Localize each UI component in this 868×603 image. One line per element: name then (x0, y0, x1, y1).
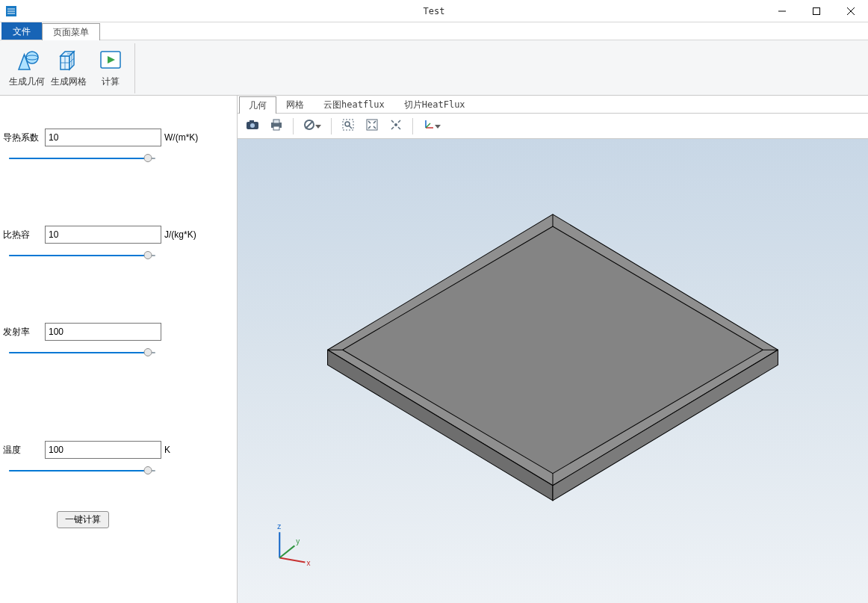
app-icon (0, 0, 22, 22)
temperature-label: 温度 (3, 444, 42, 457)
parameters-panel: 导热系数 W/(m*K) 比热容 J/(kg*K) 发射率 (0, 96, 238, 603)
compute-label: 计算 (102, 75, 120, 88)
toolbar-separator (412, 118, 413, 134)
zoom-extents-icon (365, 118, 379, 134)
minimize-button[interactable] (765, 0, 799, 22)
temperature-row: 温度 K (3, 441, 231, 459)
axis-z-label: z (277, 522, 281, 531)
printer-icon (270, 118, 283, 134)
svg-rect-1 (813, 7, 820, 14)
graphics-toolbar (238, 114, 868, 139)
title-bar: Test (0, 0, 868, 22)
svg-marker-23 (315, 125, 321, 129)
temperature-unit: K (164, 445, 209, 455)
window-title: Test (0, 6, 868, 16)
zoom-selected-button[interactable] (385, 117, 406, 136)
zoom-box-button[interactable] (338, 117, 359, 136)
svg-line-42 (279, 558, 305, 563)
ribbon-tab-file[interactable]: 文件 (1, 22, 42, 40)
gfx-tab-mesh[interactable]: 网格 (276, 96, 314, 113)
cube-mesh-icon (55, 46, 82, 73)
axis-y-label: y (296, 537, 300, 545)
zoom-selected-icon (389, 118, 403, 134)
no-transparency-icon (303, 119, 315, 133)
ribbon-group-main: 生成几何 (3, 43, 135, 93)
specific-heat-unit: J/(kg*K) (164, 229, 209, 240)
chevron-down-icon (435, 121, 441, 132)
axis-x-label: x (306, 559, 310, 567)
print-button[interactable] (266, 117, 287, 136)
build-geometry-label: 生成几何 (9, 75, 45, 88)
toolbar-separator (331, 118, 332, 134)
maximize-button[interactable] (799, 0, 834, 22)
graphics-viewport[interactable]: z x y (238, 139, 868, 603)
ribbon-tab-page-menu[interactable]: 页面菜单 (42, 23, 100, 40)
specific-heat-slider[interactable] (9, 250, 155, 262)
window-controls (765, 0, 868, 22)
svg-line-22 (306, 121, 313, 129)
svg-rect-19 (273, 120, 279, 123)
camera-icon (246, 118, 259, 134)
graphics-tab-row: 几何 网格 云图heatflux 切片HeatFlux (238, 96, 868, 114)
build-mesh-button[interactable]: 生成网格 (51, 43, 87, 93)
thermal-conductivity-unit: W/(m*K) (164, 132, 209, 143)
ribbon-tab-row: 文件 页面菜单 (0, 22, 868, 40)
play-icon (97, 46, 124, 73)
svg-line-31 (426, 123, 430, 128)
axes-icon (423, 119, 435, 133)
temperature-input[interactable] (45, 441, 161, 459)
thermal-conductivity-row: 导热系数 W/(m*K) (3, 129, 231, 146)
svg-point-28 (394, 123, 397, 126)
orient-axes-button[interactable] (419, 117, 444, 136)
transparency-button[interactable] (300, 117, 325, 136)
gfx-tab-geometry[interactable]: 几何 (239, 96, 276, 114)
gfx-tab-slice[interactable]: 切片HeatFlux (394, 96, 475, 113)
svg-marker-36 (343, 226, 763, 474)
thermal-conductivity-label: 导热系数 (3, 132, 42, 144)
svg-line-26 (349, 126, 352, 129)
ribbon-body: 生成几何 (0, 40, 868, 96)
graphics-panel: 几何 网格 云图heatflux 切片HeatFlux (238, 96, 868, 603)
toolbar-separator (293, 118, 294, 134)
emissivity-input[interactable] (45, 323, 161, 341)
chevron-down-icon (315, 121, 321, 132)
workspace: 导热系数 W/(m*K) 比热容 J/(kg*K) 发射率 (0, 96, 868, 603)
svg-rect-20 (273, 126, 279, 130)
sphere-cone-icon (13, 46, 40, 73)
specific-heat-row: 比热容 J/(kg*K) (3, 226, 231, 244)
thermal-conductivity-slider[interactable] (9, 152, 155, 164)
specific-heat-label: 比热容 (3, 229, 42, 241)
emissivity-slider[interactable] (9, 347, 155, 359)
svg-marker-32 (435, 125, 441, 129)
one-click-calc-button[interactable]: 一键计算 (57, 511, 109, 528)
svg-point-17 (250, 123, 255, 128)
build-mesh-label: 生成网格 (51, 75, 87, 88)
svg-rect-16 (249, 120, 254, 123)
temperature-slider[interactable] (9, 465, 155, 477)
zoom-extents-button[interactable] (362, 117, 382, 136)
gfx-tab-contour[interactable]: 云图heatflux (314, 96, 394, 113)
emissivity-row: 发射率 (3, 323, 231, 341)
specific-heat-input[interactable] (45, 226, 161, 244)
svg-line-43 (279, 545, 294, 557)
zoom-box-icon (341, 118, 355, 134)
build-geometry-button[interactable]: 生成几何 (9, 43, 45, 93)
compute-button[interactable]: 计算 (93, 43, 128, 93)
close-button[interactable] (834, 0, 868, 22)
thermal-conductivity-input[interactable] (45, 129, 161, 146)
svg-point-3 (26, 52, 38, 64)
snapshot-button[interactable] (242, 117, 263, 136)
emissivity-label: 发射率 (3, 326, 42, 338)
